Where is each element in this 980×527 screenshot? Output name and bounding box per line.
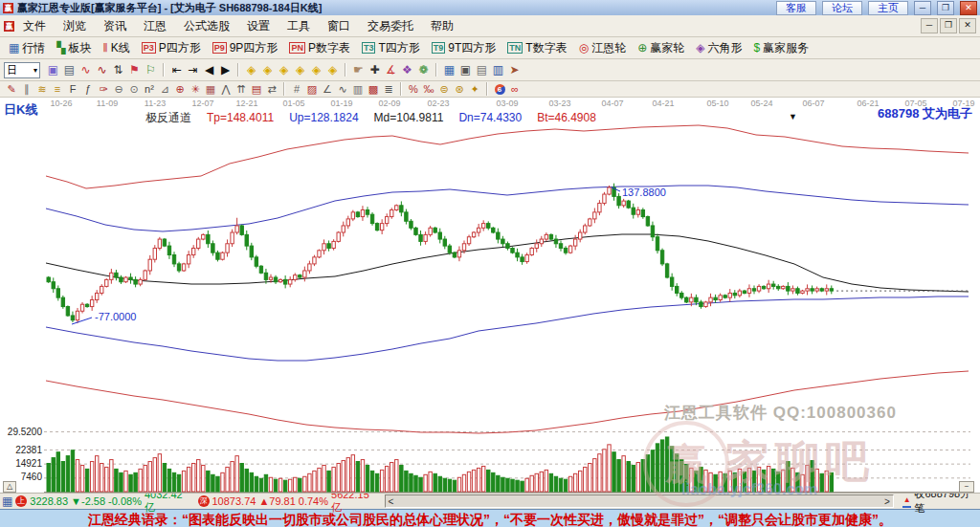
pencil-icon[interactable]: ✎ xyxy=(4,83,19,96)
infinity-icon[interactable]: ∞ xyxy=(507,83,523,96)
rails-icon[interactable]: ≣ xyxy=(381,83,396,96)
gann-wheel-button[interactable]: ◎江恩轮 xyxy=(573,40,632,56)
hand-tool-icon[interactable]: ☛ xyxy=(350,62,367,77)
triangle-icon[interactable]: ⊿ xyxy=(157,83,172,96)
notepad-icon[interactable]: ▤ xyxy=(474,62,490,77)
menu-trade[interactable]: 交易委托 xyxy=(359,16,422,36)
next-bar-icon[interactable]: ▶ xyxy=(217,62,234,77)
percent-icon[interactable]: % xyxy=(406,83,421,96)
last-bar-icon[interactable]: ⇥ xyxy=(185,62,201,77)
circle-cross-icon[interactable]: ⊕ xyxy=(172,83,188,96)
calendar-icon[interactable]: ▦ xyxy=(441,62,457,77)
scroll-right-arrow[interactable]: > xyxy=(884,496,890,507)
maximize-button[interactable]: ❐ xyxy=(937,1,954,15)
quotes-button[interactable]: ▦行情 xyxy=(3,40,51,56)
parallel-lines-icon[interactable]: ∥ xyxy=(19,83,34,96)
brush-icon[interactable]: ✑ xyxy=(96,83,111,96)
first-bar-icon[interactable]: ⇤ xyxy=(168,62,185,77)
sz-index-icon[interactable]: 深 xyxy=(198,495,210,507)
menu-gann[interactable]: 江恩 xyxy=(135,16,175,36)
index-scroll-bar[interactable]: < > xyxy=(385,494,894,508)
gann-diamond-6-icon[interactable]: ◈ xyxy=(324,62,341,77)
indicator-flag-icon[interactable]: ⚐ xyxy=(143,62,159,77)
angle-tool-icon[interactable]: ∡ xyxy=(383,62,399,77)
sectors-button[interactable]: ▚板块 xyxy=(51,40,97,56)
trend-line-icon[interactable]: ∿ xyxy=(78,62,94,77)
bands-icon[interactable]: ▥ xyxy=(350,83,366,96)
sh-index-icon[interactable]: 上 xyxy=(15,495,27,507)
order-icon[interactable]: ➤ xyxy=(506,62,523,77)
gann-diamond-4-icon[interactable]: ◈ xyxy=(292,62,308,77)
period-selector[interactable]: 日 ▾ xyxy=(4,62,40,78)
image-view-icon[interactable]: ▣ xyxy=(45,62,61,77)
spiral-icon[interactable]: ❁ xyxy=(415,62,432,77)
circle-icon[interactable]: ⊙ xyxy=(126,83,142,96)
star-icon[interactable]: ✦ xyxy=(467,83,482,96)
t-number-table-button[interactable]: TNT数字表 xyxy=(501,40,572,56)
chart-area[interactable]: 10-2611-0911-2312-0712-2101-0501-1902-09… xyxy=(0,98,980,494)
kline-style-icon[interactable]: ⚑ xyxy=(126,62,143,77)
9p-square-button[interactable]: P99P四方形 xyxy=(207,40,284,56)
customer-service-button[interactable]: 客服 xyxy=(776,1,816,15)
menu-settings[interactable]: 设置 xyxy=(238,16,278,36)
minimize-button[interactable]: ─ xyxy=(914,1,931,15)
hexagon-button[interactable]: ◈六角形 xyxy=(690,40,747,56)
gann-diamond-3-icon[interactable]: ◈ xyxy=(276,62,292,77)
gann-web-icon[interactable]: ❖ xyxy=(399,62,415,77)
mdi-close-button[interactable]: ✕ xyxy=(959,18,976,33)
volume-collapse-button[interactable]: − xyxy=(959,481,974,493)
menu-window[interactable]: 窗口 xyxy=(319,16,359,36)
shade-box-icon[interactable]: ▨ xyxy=(304,83,320,96)
wave2-icon[interactable]: ∿ xyxy=(335,83,350,96)
winner-service-button[interactable]: $赢家服务 xyxy=(747,40,814,56)
grid-icon[interactable]: ▦ xyxy=(203,83,218,96)
shift-icon[interactable]: ⇄ xyxy=(264,83,279,96)
scroll-left-arrow[interactable]: < xyxy=(389,496,394,507)
trend-line2-icon[interactable]: ∿ xyxy=(94,62,110,77)
golden-circle-icon[interactable]: ⊜ xyxy=(436,83,452,96)
chart-canvas[interactable]: 10-2611-0911-2312-0712-2101-0501-1902-09… xyxy=(0,98,980,493)
zigzag-icon[interactable]: ⋀ xyxy=(218,83,234,96)
arrows-up-icon[interactable]: ⇈ xyxy=(234,83,249,96)
six-gram-icon[interactable]: 6 xyxy=(492,83,507,96)
menu-formula-picker[interactable]: 公式选股 xyxy=(175,16,238,36)
homepage-button[interactable]: 主页 xyxy=(868,1,908,15)
info-list-icon[interactable]: ▤ xyxy=(61,62,78,77)
menu-tools[interactable]: 工具 xyxy=(278,16,319,36)
close-button[interactable]: ✕ xyxy=(960,1,977,15)
chart-dropdown-icon[interactable]: ▼ xyxy=(789,112,797,121)
gann-diamond-2-icon[interactable]: ◈ xyxy=(259,62,276,77)
permille-icon[interactable]: ‰ xyxy=(421,83,436,96)
p-square-button[interactable]: P3P四方形 xyxy=(136,40,207,56)
crosshair-tool-icon[interactable]: ✚ xyxy=(367,62,383,77)
golden-levels-icon[interactable]: ≡ xyxy=(50,83,65,96)
angle2-icon[interactable]: ∠ xyxy=(320,83,335,96)
hash-icon[interactable]: # xyxy=(289,83,304,96)
save-icon[interactable]: ▥ xyxy=(490,62,506,77)
menu-help[interactable]: 帮助 xyxy=(422,16,462,36)
menu-news[interactable]: 资讯 xyxy=(95,16,135,36)
fibonacci-icon[interactable]: F xyxy=(65,83,80,96)
n-square-icon[interactable]: n² xyxy=(142,83,157,96)
calculator-icon[interactable]: ▣ xyxy=(457,62,474,77)
ellipse-icon[interactable]: ⊖ xyxy=(111,83,126,96)
prev-bar-icon[interactable]: ◀ xyxy=(201,62,217,77)
menu-file[interactable]: 文件 xyxy=(14,16,55,36)
menu-browse[interactable]: 浏览 xyxy=(55,16,95,36)
volume-expand-button[interactable]: △ xyxy=(3,481,16,493)
gann-diamond-1-icon[interactable]: ◈ xyxy=(243,62,259,77)
forum-button[interactable]: 论坛 xyxy=(822,1,862,15)
gann-fan-icon[interactable]: ✳ xyxy=(188,83,203,96)
function-icon[interactable]: ƒ xyxy=(80,83,96,96)
mdi-minimize-button[interactable]: ─ xyxy=(921,18,938,33)
mesh-icon[interactable]: ▩ xyxy=(366,83,381,96)
t-square-button[interactable]: T3T四方形 xyxy=(356,40,426,56)
golden-wave-icon[interactable]: ≋ xyxy=(34,83,50,96)
golden-star-icon[interactable]: ⊛ xyxy=(452,83,467,96)
updown-arrows-icon[interactable]: ⇅ xyxy=(110,62,126,77)
winner-wheel-button[interactable]: ⊕赢家轮 xyxy=(632,40,690,56)
mdi-restore-button[interactable]: ❐ xyxy=(940,18,957,33)
p-number-table-button[interactable]: PNP数字表 xyxy=(283,40,356,56)
price-label-icon[interactable]: ▤ xyxy=(249,83,264,96)
kline-button[interactable]: ⫴K线 xyxy=(98,40,136,56)
